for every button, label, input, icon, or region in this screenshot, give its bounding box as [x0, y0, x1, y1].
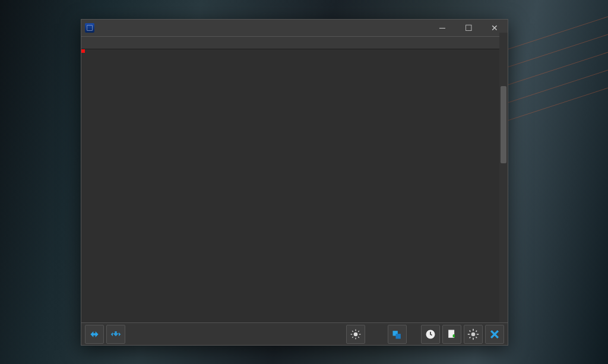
svg-point-0 [354, 332, 358, 336]
vertical-scrollbar[interactable] [499, 33, 508, 322]
column-headers[interactable] [81, 36, 508, 49]
settings-button[interactable] [464, 325, 483, 344]
svg-rect-21 [476, 330, 477, 332]
expand-all-button[interactable] [85, 325, 104, 344]
svg-rect-10 [396, 334, 401, 338]
svg-rect-18 [469, 330, 471, 331]
scrollbar-thumb[interactable] [501, 86, 506, 163]
brightness-button[interactable] [346, 325, 365, 344]
svg-rect-19 [476, 336, 477, 338]
clock-reset-button[interactable] [421, 325, 440, 344]
maximize-button[interactable]: ☐ [455, 20, 482, 36]
svg-rect-20 [469, 337, 471, 338]
svg-line-7 [352, 337, 353, 338]
svg-line-5 [352, 331, 353, 332]
svg-rect-17 [477, 334, 479, 335]
collapse-all-button[interactable] [106, 325, 125, 344]
svg-rect-16 [468, 334, 470, 335]
svg-rect-14 [473, 328, 474, 330]
logging-button[interactable] [388, 325, 407, 344]
bottom-toolbar [81, 322, 508, 345]
app-icon [85, 23, 94, 33]
svg-rect-15 [473, 337, 474, 339]
svg-line-6 [358, 337, 359, 338]
close-sensors-button[interactable] [485, 325, 504, 344]
minimize-button[interactable]: ─ [429, 20, 455, 36]
svg-line-8 [358, 331, 359, 332]
titlebar[interactable]: ─ ☐ ✕ [81, 20, 508, 36]
app-window: ─ ☐ ✕ [81, 19, 508, 346]
svg-point-13 [471, 332, 476, 336]
sensor-list [81, 49, 508, 322]
save-report-button[interactable] [442, 325, 461, 344]
